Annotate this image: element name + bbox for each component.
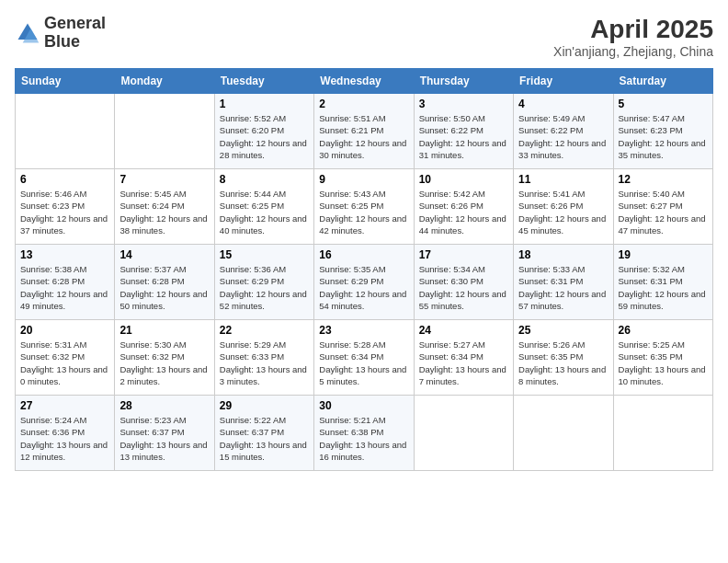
day-detail: Sunrise: 5:50 AM Sunset: 6:22 PM Dayligh… bbox=[419, 112, 508, 161]
day-detail: Sunrise: 5:26 AM Sunset: 6:35 PM Dayligh… bbox=[518, 339, 608, 387]
day-detail: Sunrise: 5:42 AM Sunset: 6:26 PM Dayligh… bbox=[419, 188, 508, 236]
title-block: April 2025 Xin'anjiang, Zhejiang, China bbox=[553, 15, 713, 59]
calendar-cell: 29Sunrise: 5:22 AM Sunset: 6:37 PM Dayli… bbox=[214, 396, 313, 471]
day-detail: Sunrise: 5:41 AM Sunset: 6:26 PM Dayligh… bbox=[518, 188, 608, 236]
day-number: 25 bbox=[518, 324, 608, 337]
calendar-cell: 8Sunrise: 5:44 AM Sunset: 6:25 PM Daylig… bbox=[214, 169, 313, 245]
location-subtitle: Xin'anjiang, Zhejiang, China bbox=[553, 44, 713, 59]
day-detail: Sunrise: 5:46 AM Sunset: 6:23 PM Dayligh… bbox=[20, 188, 109, 236]
week-row-3: 13Sunrise: 5:38 AM Sunset: 6:28 PM Dayli… bbox=[16, 245, 713, 320]
page-header: General Blue April 2025 Xin'anjiang, Zhe… bbox=[15, 15, 713, 59]
calendar-body: 1Sunrise: 5:52 AM Sunset: 6:20 PM Daylig… bbox=[16, 94, 713, 471]
day-detail: Sunrise: 5:33 AM Sunset: 6:31 PM Dayligh… bbox=[518, 263, 608, 312]
day-number: 22 bbox=[220, 324, 309, 337]
day-number: 16 bbox=[319, 248, 408, 261]
day-number: 13 bbox=[20, 248, 109, 261]
day-detail: Sunrise: 5:51 AM Sunset: 6:21 PM Dayligh… bbox=[319, 112, 408, 161]
day-number: 15 bbox=[220, 248, 309, 261]
day-detail: Sunrise: 5:25 AM Sunset: 6:35 PM Dayligh… bbox=[619, 339, 708, 387]
calendar-cell: 2Sunrise: 5:51 AM Sunset: 6:21 PM Daylig… bbox=[314, 94, 414, 169]
calendar-cell: 5Sunrise: 5:47 AM Sunset: 6:23 PM Daylig… bbox=[613, 94, 712, 169]
calendar-cell: 20Sunrise: 5:31 AM Sunset: 6:32 PM Dayli… bbox=[16, 320, 115, 396]
calendar-cell: 3Sunrise: 5:50 AM Sunset: 6:22 PM Daylig… bbox=[414, 94, 513, 169]
day-number: 28 bbox=[119, 399, 209, 412]
calendar-cell: 13Sunrise: 5:38 AM Sunset: 6:28 PM Dayli… bbox=[16, 245, 115, 320]
day-detail: Sunrise: 5:52 AM Sunset: 6:20 PM Dayligh… bbox=[220, 112, 309, 161]
day-detail: Sunrise: 5:47 AM Sunset: 6:23 PM Dayligh… bbox=[619, 112, 708, 161]
header-day-saturday: Saturday bbox=[613, 69, 712, 94]
logo-icon bbox=[15, 20, 40, 46]
day-number: 8 bbox=[220, 173, 309, 186]
day-detail: Sunrise: 5:45 AM Sunset: 6:24 PM Dayligh… bbox=[119, 188, 209, 236]
calendar-cell: 25Sunrise: 5:26 AM Sunset: 6:35 PM Dayli… bbox=[514, 320, 613, 396]
logo: General Blue bbox=[15, 15, 106, 52]
day-detail: Sunrise: 5:28 AM Sunset: 6:34 PM Dayligh… bbox=[319, 339, 408, 387]
week-row-5: 27Sunrise: 5:24 AM Sunset: 6:36 PM Dayli… bbox=[16, 396, 713, 471]
day-number: 24 bbox=[419, 324, 508, 337]
calendar-cell: 9Sunrise: 5:43 AM Sunset: 6:25 PM Daylig… bbox=[314, 169, 414, 245]
day-detail: Sunrise: 5:30 AM Sunset: 6:32 PM Dayligh… bbox=[119, 339, 209, 387]
header-day-monday: Monday bbox=[115, 69, 214, 94]
day-detail: Sunrise: 5:40 AM Sunset: 6:27 PM Dayligh… bbox=[619, 188, 708, 236]
day-number: 30 bbox=[319, 399, 408, 412]
calendar-cell: 22Sunrise: 5:29 AM Sunset: 6:33 PM Dayli… bbox=[214, 320, 313, 396]
calendar-cell: 11Sunrise: 5:41 AM Sunset: 6:26 PM Dayli… bbox=[514, 169, 613, 245]
logo-text: General Blue bbox=[44, 15, 106, 52]
month-year-title: April 2025 bbox=[553, 15, 713, 44]
day-detail: Sunrise: 5:23 AM Sunset: 6:37 PM Dayligh… bbox=[119, 414, 209, 463]
week-row-2: 6Sunrise: 5:46 AM Sunset: 6:23 PM Daylig… bbox=[16, 169, 713, 245]
calendar-cell: 26Sunrise: 5:25 AM Sunset: 6:35 PM Dayli… bbox=[613, 320, 712, 396]
day-detail: Sunrise: 5:38 AM Sunset: 6:28 PM Dayligh… bbox=[20, 263, 109, 312]
calendar-cell: 30Sunrise: 5:21 AM Sunset: 6:38 PM Dayli… bbox=[314, 396, 414, 471]
day-detail: Sunrise: 5:21 AM Sunset: 6:38 PM Dayligh… bbox=[319, 414, 408, 463]
calendar-cell: 17Sunrise: 5:34 AM Sunset: 6:30 PM Dayli… bbox=[414, 245, 513, 320]
day-number: 5 bbox=[619, 98, 708, 110]
day-number: 23 bbox=[319, 324, 408, 337]
calendar-cell: 16Sunrise: 5:35 AM Sunset: 6:29 PM Dayli… bbox=[314, 245, 414, 320]
calendar-cell: 18Sunrise: 5:33 AM Sunset: 6:31 PM Dayli… bbox=[514, 245, 613, 320]
day-number: 2 bbox=[319, 98, 408, 110]
day-number: 20 bbox=[20, 324, 109, 337]
calendar-cell: 6Sunrise: 5:46 AM Sunset: 6:23 PM Daylig… bbox=[16, 169, 115, 245]
header-day-sunday: Sunday bbox=[16, 69, 115, 94]
day-number: 14 bbox=[119, 248, 209, 261]
day-number: 10 bbox=[419, 173, 508, 186]
calendar-cell: 1Sunrise: 5:52 AM Sunset: 6:20 PM Daylig… bbox=[214, 94, 313, 169]
day-number: 26 bbox=[619, 324, 708, 337]
calendar-cell: 21Sunrise: 5:30 AM Sunset: 6:32 PM Dayli… bbox=[115, 320, 214, 396]
header-row: SundayMondayTuesdayWednesdayThursdayFrid… bbox=[16, 69, 713, 94]
calendar-cell: 27Sunrise: 5:24 AM Sunset: 6:36 PM Dayli… bbox=[16, 396, 115, 471]
header-day-tuesday: Tuesday bbox=[214, 69, 313, 94]
header-day-thursday: Thursday bbox=[414, 69, 513, 94]
calendar-table: SundayMondayTuesdayWednesdayThursdayFrid… bbox=[15, 68, 713, 471]
header-day-wednesday: Wednesday bbox=[314, 69, 414, 94]
day-number: 1 bbox=[220, 98, 309, 110]
calendar-cell: 28Sunrise: 5:23 AM Sunset: 6:37 PM Dayli… bbox=[115, 396, 214, 471]
day-detail: Sunrise: 5:24 AM Sunset: 6:36 PM Dayligh… bbox=[20, 414, 109, 463]
week-row-4: 20Sunrise: 5:31 AM Sunset: 6:32 PM Dayli… bbox=[16, 320, 713, 396]
day-number: 12 bbox=[619, 173, 708, 186]
day-detail: Sunrise: 5:35 AM Sunset: 6:29 PM Dayligh… bbox=[319, 263, 408, 312]
calendar-cell: 10Sunrise: 5:42 AM Sunset: 6:26 PM Dayli… bbox=[414, 169, 513, 245]
calendar-cell bbox=[16, 94, 115, 169]
day-number: 18 bbox=[518, 248, 608, 261]
day-number: 29 bbox=[220, 399, 309, 412]
day-number: 3 bbox=[419, 98, 508, 110]
day-number: 6 bbox=[20, 173, 109, 186]
calendar-cell: 14Sunrise: 5:37 AM Sunset: 6:28 PM Dayli… bbox=[115, 245, 214, 320]
day-detail: Sunrise: 5:36 AM Sunset: 6:29 PM Dayligh… bbox=[220, 263, 309, 312]
calendar-cell bbox=[414, 396, 513, 471]
day-number: 17 bbox=[419, 248, 508, 261]
calendar-cell bbox=[613, 396, 712, 471]
day-detail: Sunrise: 5:44 AM Sunset: 6:25 PM Dayligh… bbox=[220, 188, 309, 236]
calendar-cell bbox=[514, 396, 613, 471]
calendar-header: SundayMondayTuesdayWednesdayThursdayFrid… bbox=[16, 69, 713, 94]
calendar-cell: 12Sunrise: 5:40 AM Sunset: 6:27 PM Dayli… bbox=[613, 169, 712, 245]
day-detail: Sunrise: 5:49 AM Sunset: 6:22 PM Dayligh… bbox=[518, 112, 608, 161]
day-number: 7 bbox=[119, 173, 209, 186]
day-detail: Sunrise: 5:27 AM Sunset: 6:34 PM Dayligh… bbox=[419, 339, 508, 387]
day-number: 11 bbox=[518, 173, 608, 186]
day-detail: Sunrise: 5:34 AM Sunset: 6:30 PM Dayligh… bbox=[419, 263, 508, 312]
calendar-cell bbox=[115, 94, 214, 169]
calendar-cell: 19Sunrise: 5:32 AM Sunset: 6:31 PM Dayli… bbox=[613, 245, 712, 320]
